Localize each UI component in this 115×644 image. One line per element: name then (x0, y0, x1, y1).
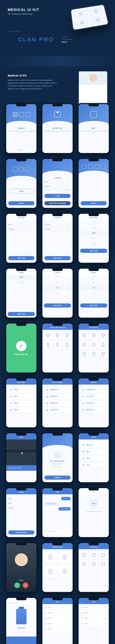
drug-bottle-icon (16, 609, 27, 624)
email-input[interactable]: Email (44, 180, 71, 184)
phone-ai: AI Ask anything about your health (77, 487, 110, 538)
phone-drug-list: ‹Drug Drug 01 Drug 02 Drug 03 Drug 04 Dr… (41, 597, 74, 644)
password-input[interactable]: Password (44, 185, 71, 188)
facebook-login[interactable]: LOGIN WITH FACEBOOK (44, 201, 71, 205)
accept-call-button[interactable]: ✓ (14, 582, 20, 588)
phone-drug-detail: 🔍 Search drug... Drug 01 (5, 597, 38, 644)
phone-onboard-family: FAMILY Lorem ipsum dolor sit amet consec… (5, 103, 38, 154)
send-button[interactable]: SEND MESSAGE (8, 530, 34, 534)
choose-ambulance[interactable]: Ambulance (63, 341, 71, 349)
phone-clinics: ‹Find a Clinic Clinic 12.3 km Clinic 23.… (5, 378, 38, 428)
hero-section: MEDICAL UI KIT 30+ Screens in Sketch App (0, 0, 115, 26)
map-pin-icon (21, 452, 23, 454)
font-name: CLAN PRO (18, 36, 54, 43)
phone-pharmacy: ‹Find Pharmacy Pharmacy A Pharmacy B Pha… (41, 542, 74, 593)
choose-doctor[interactable]: Doctor (53, 331, 61, 340)
pet-icon (90, 111, 97, 118)
login-button[interactable]: LOGIN (8, 189, 34, 193)
choose-pharmacy[interactable]: Pharmacy (63, 331, 71, 340)
phone-doctor-profile: Dr. Pedro Diva General Practitioner ★★★★… (41, 432, 74, 483)
onboard-title: FAMILY (8, 127, 34, 129)
hospital-icon (54, 111, 61, 118)
signup-button[interactable]: SIGN UP (8, 201, 34, 205)
phone-step-gender: Gender Male Female NEXT STEP (5, 268, 38, 319)
about-text: Medical UI Kit is an iOS UI Kit, perfect… (8, 79, 57, 90)
wave-decoration (0, 56, 115, 66)
phone-step-weight: Weight 68 69 70 71 72 NEXT STEP (77, 268, 110, 319)
choose-lab[interactable]: Lab (53, 341, 61, 349)
contact-button[interactable]: CONTACT (44, 476, 71, 480)
signup-submit[interactable]: SIGN UP (81, 201, 107, 205)
decline-call-button[interactable]: ✕ (23, 582, 28, 588)
phone-chat: ‹Chat Hello doctor Hi, how can I help? I… (41, 487, 74, 538)
about-section: Medical UI Kit Medical UI Kit is an iOS … (0, 69, 115, 95)
phone-health: Health Heart Rate Blood Sleep Steps (77, 432, 110, 483)
robot-icon (90, 500, 97, 507)
family-icon (13, 112, 18, 117)
phone-video-call: Calling... ✓ ✕ (5, 542, 38, 593)
phone-choose: Choose what you want Clinic Doctor Pharm… (41, 322, 74, 374)
font-weights: LIGHT REGULAR BOLD (62, 36, 71, 43)
search-input[interactable]: 🔍 Search drug... (8, 602, 35, 605)
phone-onboard-pet: PET Lorem ipsum dolor sit amet consectet… (77, 103, 110, 154)
login-submit[interactable]: LOGIN (44, 194, 71, 198)
checkmark-icon (16, 341, 27, 351)
typography-label: TYPOGRAPHY (8, 31, 107, 32)
phone-login-form: LOGIN Email Password Remember meForgot p… (41, 158, 74, 209)
phone-map: ‹Map Rua Example 123, City (5, 432, 38, 483)
phone-step-height: Height 168 169 170 171 172 NEXT STEP (41, 268, 74, 319)
phone-step-account: Account Email Password NEXT STEP (5, 213, 38, 264)
phone-login: LOGIN SIGN UP (5, 158, 38, 209)
phone-signup-success: Finish Sign Up! (5, 322, 38, 374)
chat-input[interactable]: Type message... (46, 530, 69, 533)
doctor-image (79, 71, 107, 105)
typography-section: TYPOGRAPHY CLAN PRO LIGHT REGULAR BOLD (0, 26, 115, 53)
phone-step-name: Full Name First name Last name NEXT STEP (41, 213, 74, 264)
phone-cart: ‹Cart Drug 01$12 Drug 02$8 Drug 03$15 Dr… (77, 597, 110, 644)
phone-signup: SIGN UP (77, 158, 110, 209)
phone-doctors: ‹Doctors Dr. Pedro Diva★★★★★ Dr. Ana Lim… (77, 378, 110, 428)
next-button[interactable]: NEXT STEP (8, 256, 34, 260)
phone-find-drug: ‹Find Drug (77, 542, 110, 593)
phone-onboard-hospital: HOSPITAL Lorem ipsum dolor sit amet cons… (41, 103, 74, 154)
phone-step-dob: Date of Birth 1988 1989 1990 1991 1992 N… (77, 213, 110, 264)
back-icon[interactable]: ‹ (80, 327, 81, 329)
choose-clinic[interactable]: Clinic (44, 331, 52, 340)
avatar (54, 451, 61, 459)
map-view[interactable] (6, 440, 36, 465)
phone-hospitals: ‹Find a Hospital Hospital Amil1.2 km Hos… (41, 378, 74, 428)
clinic-item[interactable]: Clinic 12.3 km (8, 387, 34, 393)
phone-find-doctor: ‹Find a Doctor General Dental Cardio Eye… (77, 322, 110, 374)
phone-contact: ‹Contact Name Email Message SEND MESSAGE (5, 487, 38, 538)
choose-drug[interactable]: Drug (44, 341, 52, 349)
